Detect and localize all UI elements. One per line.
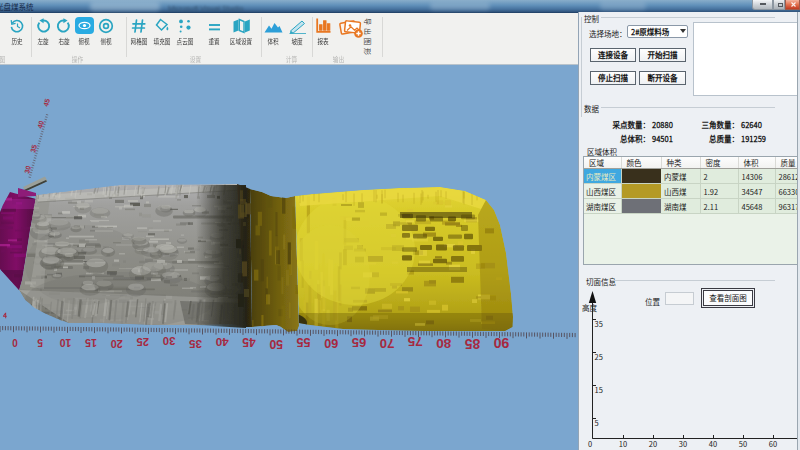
svg-text:60: 60 bbox=[324, 336, 338, 350]
svg-text:高度: 高度 bbox=[582, 302, 597, 313]
svg-text:0: 0 bbox=[12, 337, 18, 348]
svg-text:35: 35 bbox=[595, 318, 603, 329]
svg-text:5: 5 bbox=[595, 417, 599, 428]
svg-text:65: 65 bbox=[352, 335, 366, 350]
svg-text:30: 30 bbox=[163, 335, 176, 347]
svg-text:60: 60 bbox=[769, 438, 777, 449]
svg-text:10: 10 bbox=[60, 337, 72, 348]
svg-text:40: 40 bbox=[709, 438, 717, 449]
svg-text:75: 75 bbox=[407, 334, 422, 349]
svg-text:15: 15 bbox=[595, 384, 603, 395]
svg-text:85: 85 bbox=[465, 336, 481, 351]
svg-text:4: 4 bbox=[2, 310, 7, 320]
svg-text:35: 35 bbox=[29, 144, 38, 154]
svg-text:20: 20 bbox=[111, 338, 123, 350]
svg-text:5: 5 bbox=[37, 337, 43, 348]
svg-text:50: 50 bbox=[739, 438, 747, 449]
svg-text:45: 45 bbox=[42, 98, 51, 108]
svg-text:30: 30 bbox=[23, 165, 32, 175]
svg-text:40: 40 bbox=[36, 120, 45, 130]
svg-text:40: 40 bbox=[215, 335, 229, 349]
svg-text:90: 90 bbox=[493, 335, 509, 351]
svg-text:20: 20 bbox=[649, 438, 657, 449]
svg-text:0: 0 bbox=[588, 438, 592, 449]
svg-text:35: 35 bbox=[189, 338, 202, 351]
svg-text:55: 55 bbox=[297, 335, 311, 349]
svg-text:15: 15 bbox=[85, 337, 97, 349]
svg-text:50: 50 bbox=[269, 337, 283, 351]
svg-text:45: 45 bbox=[242, 335, 256, 349]
svg-text:25: 25 bbox=[137, 336, 149, 348]
svg-text:80: 80 bbox=[436, 336, 451, 351]
svg-text:25: 25 bbox=[595, 351, 603, 362]
svg-text:70: 70 bbox=[380, 336, 395, 351]
svg-text:30: 30 bbox=[679, 438, 687, 449]
svg-text:10: 10 bbox=[619, 438, 627, 449]
